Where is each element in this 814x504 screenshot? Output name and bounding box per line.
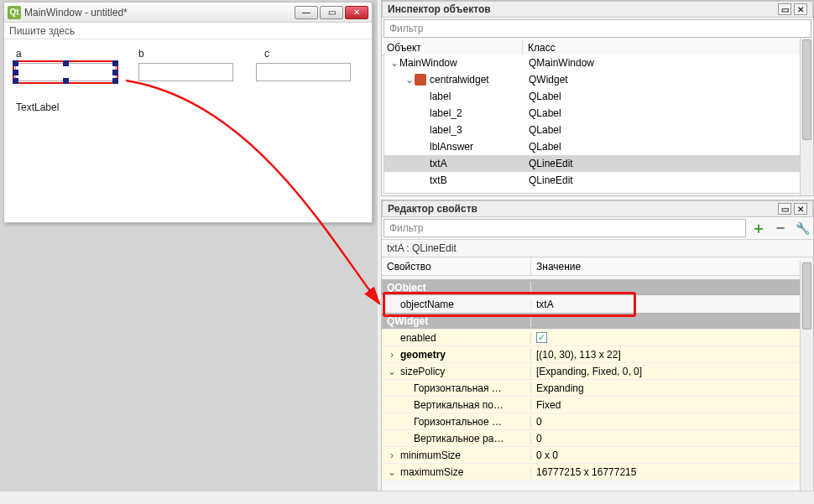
property-name: maximumSize [400,466,463,478]
property-row[interactable]: enabled✓ [382,330,800,346]
property-value[interactable]: 0 [531,416,800,428]
property-row[interactable]: ⌄maximumSize16777215 x 16777215 [382,464,800,481]
form-canvas[interactable]: a b c TextLabel [4,39,372,222]
property-value[interactable]: 0 [531,433,800,444]
property-row[interactable]: Горизонтальная …Expanding [382,380,800,397]
property-row[interactable]: objectNametxtA [382,296,800,313]
object-name: label [430,91,451,102]
property-name: sizePolicy [400,366,445,377]
property-row[interactable]: ›geometry[(10, 30), 113 x 22] [382,346,800,363]
property-group[interactable]: QWidget [382,313,800,330]
property-name: QObject [387,282,426,294]
class-name: QWidget [525,74,811,86]
property-row[interactable]: ⌄sizePolicy[Expanding, Fixed, 0, 0] [382,363,800,380]
close-panel-button[interactable]: ✕ [794,3,807,15]
widget-icon [415,74,426,86]
checkbox[interactable]: ✓ [536,332,547,343]
designer-area: Qt MainWindow - untitled* — ▭ ✕ Пишите з… [0,0,378,504]
chevron-down-icon[interactable]: ⌄ [389,57,399,69]
prop-body[interactable]: QObjectobjectNametxtAQWidgetenabled✓›geo… [382,279,800,503]
label-a: a [16,48,22,60]
property-value[interactable]: 16777215 x 16777215 [531,466,800,478]
tree-body[interactable]: ⌄MainWindowQMainWindow⌄centralwidgetQWid… [384,55,811,194]
tree-row[interactable]: txtBQLineEdit [384,172,811,189]
class-name: QLineEdit [525,158,811,169]
object-name: txtB [430,174,447,186]
menubar[interactable]: Пишите здесь [4,23,372,39]
add-property-button[interactable]: ＋ [749,219,768,237]
chevron-right-icon[interactable]: › [387,449,397,461]
property-value[interactable]: txtA [531,299,800,310]
chevron-down-icon[interactable]: ⌄ [404,74,415,86]
tree-header: Объект Класс [382,39,813,56]
property-row[interactable]: Горизонтальное …0 [382,413,800,430]
tree-row[interactable]: lblAnswerQLabel [384,138,811,155]
remove-property-button[interactable]: − [771,219,790,237]
property-value[interactable]: Expanding [531,382,800,394]
undock-button[interactable]: ▭ [778,3,791,15]
inspector-vscrollbar[interactable] [800,38,813,195]
right-column: Инспектор объектов ▭ ✕ Фильтр Объект Кла… [381,0,814,504]
maximize-button[interactable]: ▭ [320,6,343,19]
inspector-filter[interactable]: Фильтр [384,19,811,38]
property-name: objectName [400,299,454,310]
undock-button[interactable]: ▭ [778,203,791,215]
tree-row[interactable]: ⌄MainWindowQMainWindow [384,55,811,71]
object-name: txtA [430,158,447,169]
mock-window: Qt MainWindow - untitled* — ▭ ✕ Пишите з… [3,2,373,223]
label-textlabel: TextLabel [16,101,59,113]
props-title: Редактор свойств [388,203,477,215]
property-value[interactable]: [Expanding, Fixed, 0, 0] [531,366,800,377]
property-name: geometry [400,349,446,361]
tree-row[interactable]: txtAQLineEdit [384,155,811,172]
property-value[interactable]: [(10, 30), 113 x 22] [531,349,800,361]
col-value[interactable]: Значение [531,257,813,275]
chevron-down-icon[interactable]: ⌄ [387,466,397,478]
titlebar: Qt MainWindow - untitled* — ▭ ✕ [4,3,372,23]
tree-row[interactable]: labelQLabel [384,88,811,105]
lineedit-txtA[interactable] [15,63,116,81]
tree-row[interactable]: label_2QLabel [384,105,811,122]
props-header: Редактор свойств ▭ ✕ [382,200,813,217]
tree-row[interactable]: ⌄centralwidgetQWidget [384,71,811,88]
property-value[interactable]: 0 x 0 [531,449,800,461]
lineedit-txtB[interactable] [138,63,233,81]
lineedit-txtC[interactable] [256,63,351,81]
col-class[interactable]: Класс [523,39,813,55]
prop-grid-header: Свойство Значение [382,257,813,276]
col-object[interactable]: Объект [382,39,523,55]
property-row[interactable]: Вертикальная по…Fixed [382,397,800,413]
minimize-button[interactable]: — [295,6,318,19]
property-value[interactable]: ✓ [531,332,800,343]
col-property[interactable]: Свойство [382,257,531,275]
property-group[interactable]: QObject [382,279,800,296]
object-caption: txtA : QLineEdit [382,239,813,257]
chevron-right-icon[interactable]: › [387,349,397,361]
object-name: label_3 [430,124,462,136]
minus-icon: − [776,220,785,237]
props-toolbar: Фильтр ＋ − 🔧 [382,217,813,239]
props-filter[interactable]: Фильтр [384,219,746,237]
props-vscrollbar[interactable] [800,261,813,503]
property-row[interactable]: ›minimumSize0 x 0 [382,447,800,464]
close-panel-button[interactable]: ✕ [794,203,807,215]
close-button[interactable]: ✕ [345,6,368,19]
wrench-icon: 🔧 [796,221,810,235]
property-name: QWidget [387,315,428,327]
property-value[interactable]: Fixed [531,399,800,411]
class-name: QLabel [525,91,811,102]
inspector-title: Инспектор объектов [388,3,491,15]
property-name: Вертикальное ра… [414,433,504,444]
class-name: QMainWindow [525,57,811,69]
property-row[interactable]: Вертикальное ра…0 [382,430,800,447]
object-name: MainWindow [399,57,457,69]
tree-row[interactable]: label_3QLabel [384,122,811,138]
object-inspector: Инспектор объектов ▭ ✕ Фильтр Объект Кла… [381,0,814,196]
chevron-down-icon[interactable]: ⌄ [387,366,397,377]
hscrollbar[interactable] [0,491,814,504]
label-b: b [138,48,144,60]
class-name: QLineEdit [525,174,811,186]
settings-button[interactable]: 🔧 [793,219,811,237]
property-name: minimumSize [400,449,461,461]
plus-icon: ＋ [751,218,766,238]
